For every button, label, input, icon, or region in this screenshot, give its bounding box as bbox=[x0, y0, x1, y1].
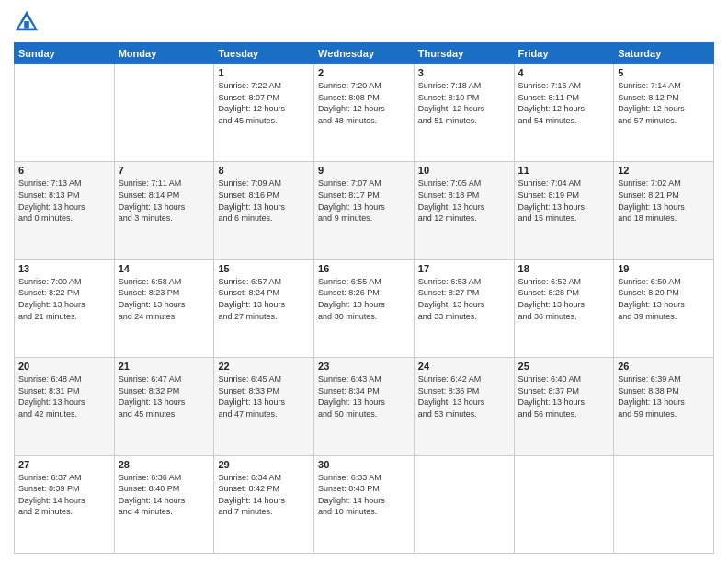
cell-day-number: 22 bbox=[218, 361, 310, 372]
calendar-cell: 21Sunrise: 6:47 AM Sunset: 8:32 PM Dayli… bbox=[114, 358, 214, 455]
calendar-cell bbox=[614, 455, 714, 553]
calendar-cell: 13Sunrise: 7:00 AM Sunset: 8:22 PM Dayli… bbox=[15, 259, 115, 357]
cell-day-number: 13 bbox=[18, 263, 110, 274]
cell-info: Sunrise: 6:53 AM Sunset: 8:27 PM Dayligh… bbox=[418, 276, 510, 322]
weekday-header-row: SundayMondayTuesdayWednesdayThursdayFrid… bbox=[15, 43, 714, 64]
calendar-cell: 11Sunrise: 7:04 AM Sunset: 8:19 PM Dayli… bbox=[514, 162, 614, 259]
cell-info: Sunrise: 6:48 AM Sunset: 8:31 PM Dayligh… bbox=[18, 373, 110, 419]
calendar-cell: 1Sunrise: 7:22 AM Sunset: 8:07 PM Daylig… bbox=[214, 64, 314, 162]
weekday-header-wednesday: Wednesday bbox=[314, 43, 415, 64]
calendar-cell: 19Sunrise: 6:50 AM Sunset: 8:29 PM Dayli… bbox=[614, 259, 714, 357]
calendar-cell: 26Sunrise: 6:39 AM Sunset: 8:38 PM Dayli… bbox=[614, 358, 714, 455]
calendar-cell: 14Sunrise: 6:58 AM Sunset: 8:23 PM Dayli… bbox=[114, 259, 214, 357]
calendar-cell: 16Sunrise: 6:55 AM Sunset: 8:26 PM Dayli… bbox=[314, 259, 415, 357]
cell-day-number: 12 bbox=[618, 165, 710, 176]
page: SundayMondayTuesdayWednesdayThursdayFrid… bbox=[0, 0, 728, 563]
calendar-cell: 23Sunrise: 6:43 AM Sunset: 8:34 PM Dayli… bbox=[314, 358, 415, 455]
weekday-header-friday: Friday bbox=[514, 43, 614, 64]
cell-day-number: 29 bbox=[218, 459, 310, 470]
cell-info: Sunrise: 7:04 AM Sunset: 8:19 PM Dayligh… bbox=[518, 178, 610, 224]
cell-day-number: 17 bbox=[418, 263, 510, 274]
cell-info: Sunrise: 6:47 AM Sunset: 8:32 PM Dayligh… bbox=[119, 373, 210, 419]
calendar-cell: 18Sunrise: 6:52 AM Sunset: 8:28 PM Dayli… bbox=[514, 259, 614, 357]
calendar-cell: 12Sunrise: 7:02 AM Sunset: 8:21 PM Dayli… bbox=[614, 162, 714, 259]
calendar-cell: 8Sunrise: 7:09 AM Sunset: 8:16 PM Daylig… bbox=[214, 162, 314, 259]
cell-day-number: 28 bbox=[119, 459, 210, 470]
cell-day-number: 5 bbox=[618, 67, 710, 78]
calendar-cell: 17Sunrise: 6:53 AM Sunset: 8:27 PM Dayli… bbox=[414, 259, 514, 357]
cell-info: Sunrise: 6:52 AM Sunset: 8:28 PM Dayligh… bbox=[518, 276, 610, 322]
cell-day-number: 30 bbox=[318, 459, 410, 470]
logo-icon bbox=[14, 9, 40, 35]
cell-day-number: 11 bbox=[518, 165, 610, 176]
calendar-cell: 2Sunrise: 7:20 AM Sunset: 8:08 PM Daylig… bbox=[314, 64, 415, 162]
cell-info: Sunrise: 6:40 AM Sunset: 8:37 PM Dayligh… bbox=[518, 373, 610, 419]
cell-day-number: 4 bbox=[518, 67, 610, 78]
svg-rect-2 bbox=[24, 21, 29, 28]
calendar-cell: 7Sunrise: 7:11 AM Sunset: 8:14 PM Daylig… bbox=[114, 162, 214, 259]
calendar-week-row: 6Sunrise: 7:13 AM Sunset: 8:13 PM Daylig… bbox=[15, 162, 714, 259]
calendar-week-row: 20Sunrise: 6:48 AM Sunset: 8:31 PM Dayli… bbox=[15, 358, 714, 455]
cell-info: Sunrise: 7:11 AM Sunset: 8:14 PM Dayligh… bbox=[119, 178, 210, 224]
cell-day-number: 10 bbox=[418, 165, 510, 176]
cell-info: Sunrise: 6:55 AM Sunset: 8:26 PM Dayligh… bbox=[318, 276, 410, 322]
cell-day-number: 7 bbox=[119, 165, 210, 176]
cell-info: Sunrise: 7:09 AM Sunset: 8:16 PM Dayligh… bbox=[218, 178, 310, 224]
calendar-week-row: 13Sunrise: 7:00 AM Sunset: 8:22 PM Dayli… bbox=[15, 259, 714, 357]
cell-day-number: 14 bbox=[119, 263, 210, 274]
weekday-header-saturday: Saturday bbox=[614, 43, 714, 64]
cell-day-number: 3 bbox=[418, 67, 510, 78]
cell-day-number: 6 bbox=[18, 165, 110, 176]
calendar-week-row: 1Sunrise: 7:22 AM Sunset: 8:07 PM Daylig… bbox=[15, 64, 714, 162]
cell-day-number: 9 bbox=[318, 165, 410, 176]
cell-info: Sunrise: 6:57 AM Sunset: 8:24 PM Dayligh… bbox=[218, 276, 310, 322]
cell-day-number: 26 bbox=[618, 361, 710, 372]
calendar-cell: 28Sunrise: 6:36 AM Sunset: 8:40 PM Dayli… bbox=[114, 455, 214, 553]
calendar-cell: 5Sunrise: 7:14 AM Sunset: 8:12 PM Daylig… bbox=[614, 64, 714, 162]
cell-info: Sunrise: 7:00 AM Sunset: 8:22 PM Dayligh… bbox=[18, 276, 110, 322]
calendar-cell: 6Sunrise: 7:13 AM Sunset: 8:13 PM Daylig… bbox=[15, 162, 115, 259]
cell-info: Sunrise: 6:58 AM Sunset: 8:23 PM Dayligh… bbox=[119, 276, 210, 322]
calendar-cell bbox=[114, 64, 214, 162]
cell-day-number: 2 bbox=[318, 67, 410, 78]
calendar-cell: 4Sunrise: 7:16 AM Sunset: 8:11 PM Daylig… bbox=[514, 64, 614, 162]
weekday-header-tuesday: Tuesday bbox=[214, 43, 314, 64]
cell-info: Sunrise: 7:14 AM Sunset: 8:12 PM Dayligh… bbox=[618, 80, 710, 126]
calendar-cell: 24Sunrise: 6:42 AM Sunset: 8:36 PM Dayli… bbox=[414, 358, 514, 455]
cell-info: Sunrise: 7:07 AM Sunset: 8:17 PM Dayligh… bbox=[318, 178, 410, 224]
cell-day-number: 19 bbox=[618, 263, 710, 274]
cell-day-number: 24 bbox=[418, 361, 510, 372]
cell-info: Sunrise: 6:37 AM Sunset: 8:39 PM Dayligh… bbox=[18, 472, 110, 518]
weekday-header-thursday: Thursday bbox=[414, 43, 514, 64]
cell-info: Sunrise: 7:22 AM Sunset: 8:07 PM Dayligh… bbox=[218, 80, 310, 126]
cell-info: Sunrise: 6:34 AM Sunset: 8:42 PM Dayligh… bbox=[218, 472, 310, 518]
cell-info: Sunrise: 7:20 AM Sunset: 8:08 PM Dayligh… bbox=[318, 80, 410, 126]
cell-day-number: 15 bbox=[218, 263, 310, 274]
calendar-cell: 3Sunrise: 7:18 AM Sunset: 8:10 PM Daylig… bbox=[414, 64, 514, 162]
cell-info: Sunrise: 6:42 AM Sunset: 8:36 PM Dayligh… bbox=[418, 373, 510, 419]
cell-info: Sunrise: 6:43 AM Sunset: 8:34 PM Dayligh… bbox=[318, 373, 410, 419]
cell-day-number: 20 bbox=[18, 361, 110, 372]
cell-day-number: 18 bbox=[518, 263, 610, 274]
cell-day-number: 1 bbox=[218, 67, 310, 78]
calendar-cell: 15Sunrise: 6:57 AM Sunset: 8:24 PM Dayli… bbox=[214, 259, 314, 357]
calendar-cell: 27Sunrise: 6:37 AM Sunset: 8:39 PM Dayli… bbox=[15, 455, 115, 553]
cell-day-number: 16 bbox=[318, 263, 410, 274]
calendar-week-row: 27Sunrise: 6:37 AM Sunset: 8:39 PM Dayli… bbox=[15, 455, 714, 553]
calendar-cell: 29Sunrise: 6:34 AM Sunset: 8:42 PM Dayli… bbox=[214, 455, 314, 553]
calendar-cell bbox=[414, 455, 514, 553]
cell-day-number: 8 bbox=[218, 165, 310, 176]
calendar-cell: 20Sunrise: 6:48 AM Sunset: 8:31 PM Dayli… bbox=[15, 358, 115, 455]
calendar-cell bbox=[514, 455, 614, 553]
cell-info: Sunrise: 6:50 AM Sunset: 8:29 PM Dayligh… bbox=[618, 276, 710, 322]
cell-info: Sunrise: 6:45 AM Sunset: 8:33 PM Dayligh… bbox=[218, 373, 310, 419]
calendar-table: SundayMondayTuesdayWednesdayThursdayFrid… bbox=[14, 42, 714, 554]
header bbox=[14, 9, 714, 35]
cell-info: Sunrise: 6:33 AM Sunset: 8:43 PM Dayligh… bbox=[318, 472, 410, 518]
calendar-cell: 10Sunrise: 7:05 AM Sunset: 8:18 PM Dayli… bbox=[414, 162, 514, 259]
calendar-cell bbox=[15, 64, 115, 162]
calendar-cell: 9Sunrise: 7:07 AM Sunset: 8:17 PM Daylig… bbox=[314, 162, 415, 259]
logo bbox=[14, 9, 43, 35]
cell-day-number: 23 bbox=[318, 361, 410, 372]
cell-day-number: 27 bbox=[18, 459, 110, 470]
